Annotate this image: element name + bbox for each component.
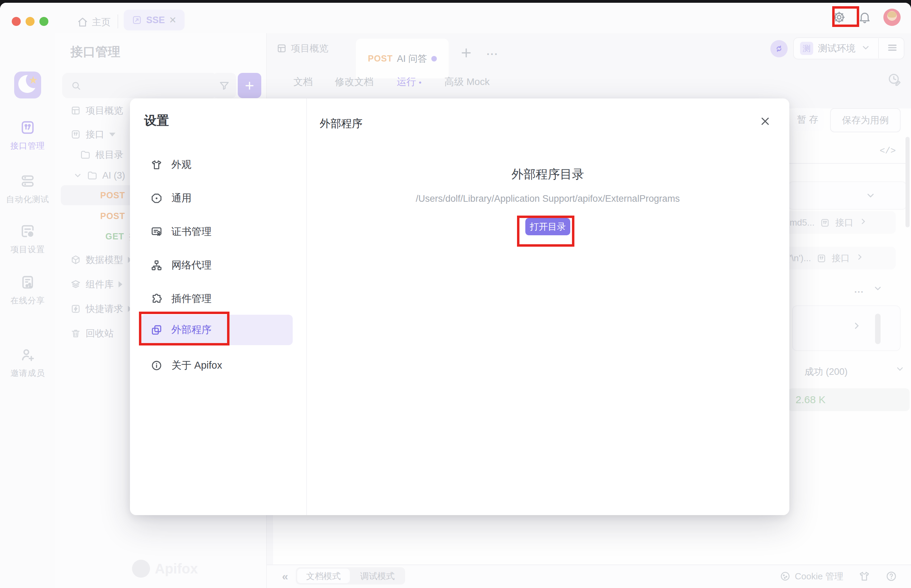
panel-title: 接口管理 xyxy=(71,44,120,60)
api-icon xyxy=(71,129,81,140)
settings-item-label: 关于 Apifox xyxy=(172,359,222,372)
subtab-advanced-mock[interactable]: 高级 Mock xyxy=(445,75,490,89)
ref-text: ('\n')... xyxy=(786,253,811,263)
search-input[interactable] xyxy=(62,73,217,98)
tree-item-label: 接口 xyxy=(86,128,104,141)
settings-item-certificates[interactable]: 证书管理 xyxy=(150,221,212,242)
chevron-down-icon[interactable] xyxy=(866,191,876,202)
sidebar-item-auto-test[interactable]: 自动化测试 xyxy=(0,173,55,205)
sse-tab-label: SSE xyxy=(146,15,165,26)
api-management-icon xyxy=(0,120,55,137)
sidebar-item-label: 接口管理 xyxy=(0,140,55,151)
chevron-right-icon[interactable] xyxy=(851,321,862,332)
cube-icon xyxy=(71,255,81,265)
code-view-icon[interactable]: </> xyxy=(880,146,896,156)
invite-member-icon xyxy=(0,347,55,364)
tree-item-quick-request[interactable]: 快捷请求 xyxy=(71,299,132,318)
env-name: 测试环境 xyxy=(818,42,855,55)
menu-burger-icon[interactable] xyxy=(887,42,898,55)
puzzle-icon xyxy=(150,293,162,305)
home-tab[interactable]: 主页 xyxy=(77,16,111,28)
tab-project-overview[interactable]: 项目概览 xyxy=(277,42,328,55)
tab-label: AI 问答 xyxy=(397,53,427,65)
annotation-box-settings-gear xyxy=(832,6,859,27)
response-ref-row[interactable]: (md5... 接口 xyxy=(785,211,896,234)
more-button[interactable]: ... xyxy=(854,284,864,295)
auto-test-icon xyxy=(0,173,55,191)
tree-item-label: 快捷请求 xyxy=(86,303,123,315)
general-icon xyxy=(150,192,162,204)
add-api-button[interactable] xyxy=(238,73,261,98)
info-icon xyxy=(150,360,162,372)
app-logo: ★ xyxy=(14,71,41,99)
chevron-right-icon xyxy=(855,252,864,264)
settings-item-about[interactable]: 关于 Apifox xyxy=(150,355,222,376)
tab-label: 项目概览 xyxy=(291,42,328,55)
doc-mode-button[interactable]: 文档模式 xyxy=(297,569,350,583)
response-size-card: 2.68 K xyxy=(788,388,909,411)
notifications-bell-icon[interactable] xyxy=(858,10,872,24)
sidebar-item-project-settings[interactable]: 项目设置 xyxy=(0,223,55,255)
online-share-icon xyxy=(0,274,55,292)
cookie-manager-button[interactable]: Cookie 管理 xyxy=(780,570,843,583)
save-as-case-button[interactable]: 保存为用例 xyxy=(830,108,901,132)
sidebar-item-api-management[interactable]: 接口管理 xyxy=(0,120,55,151)
debug-mode-button[interactable]: 调试模式 xyxy=(351,569,404,583)
inner-scrollbar[interactable] xyxy=(875,314,880,344)
response-ref-row[interactable]: ('\n')... 接口 xyxy=(785,247,896,270)
tree-item-data-models[interactable]: 数据模型 xyxy=(71,250,132,270)
bottom-bar: « 文档模式 调试模式 Cookie 管理 xyxy=(267,564,911,588)
tree-item-ai-folder[interactable]: AI (3) xyxy=(73,166,125,185)
chevron-down-icon[interactable] xyxy=(895,364,905,375)
tree-item-trash[interactable]: 回收站 xyxy=(71,324,114,343)
settings-modal: 设置 外观 通用 证书管理 网络代理 插件管理 xyxy=(130,99,790,515)
layers-icon xyxy=(71,279,81,289)
chevron-down-icon[interactable] xyxy=(873,284,883,296)
response-status[interactable]: 成功 (200) xyxy=(804,365,848,378)
settings-item-label: 插件管理 xyxy=(172,292,212,306)
traffic-light-zoom[interactable] xyxy=(39,17,49,26)
theme-tshirt-icon[interactable] xyxy=(858,570,870,582)
unsaved-dot-icon xyxy=(431,56,437,61)
tree-item-project-overview[interactable]: 项目概览 xyxy=(71,101,123,120)
mode-segmented-control: 文档模式 调试模式 xyxy=(296,567,405,585)
watermark: Apifox xyxy=(132,560,198,578)
titlebar: 主页 SSE ✕ xyxy=(0,3,911,33)
subtab-run[interactable]: 运行 • xyxy=(397,75,421,89)
right-scrollbar[interactable] xyxy=(906,137,909,227)
help-icon[interactable] xyxy=(885,570,897,582)
settings-item-general[interactable]: 通用 xyxy=(150,188,191,209)
tree-item-api-root[interactable]: 接口 xyxy=(71,125,115,144)
tree-item-label: 项目概览 xyxy=(86,104,123,117)
filter-button[interactable] xyxy=(212,73,236,98)
tab-active-api[interactable]: POST AI 问答 xyxy=(356,39,448,78)
settings-item-appearance[interactable]: 外观 xyxy=(150,154,191,175)
tab-overflow-button[interactable]: ... xyxy=(487,45,498,57)
stash-button[interactable]: 暂 存 xyxy=(792,108,824,131)
sidebar-item-invite-members[interactable]: 邀请成员 xyxy=(0,347,55,379)
method-badge: GET xyxy=(105,231,124,241)
sse-tab-close-icon[interactable]: ✕ xyxy=(169,15,176,26)
environment-selector[interactable]: 测 测试环境 xyxy=(793,37,905,60)
star-icon: ★ xyxy=(29,75,38,85)
new-tab-button[interactable] xyxy=(459,45,474,61)
settings-item-label: 网络代理 xyxy=(172,258,212,272)
traffic-light-minimize[interactable] xyxy=(26,17,34,26)
env-sync-icon[interactable] xyxy=(770,40,788,57)
collapse-sidebar-icon[interactable]: « xyxy=(282,570,288,583)
user-avatar[interactable] xyxy=(883,9,901,26)
history-icon[interactable] xyxy=(887,72,902,89)
settings-item-proxy[interactable]: 网络代理 xyxy=(150,255,212,276)
settings-item-label: 通用 xyxy=(172,191,191,205)
tree-item-root-folder[interactable]: 根目录 xyxy=(80,145,123,165)
traffic-light-close[interactable] xyxy=(12,17,21,26)
close-icon[interactable] xyxy=(759,115,771,129)
response-toolbar: ... xyxy=(854,284,883,296)
subtab-doc[interactable]: 文档 xyxy=(293,75,313,89)
tree-item-components[interactable]: 组件库 xyxy=(71,275,122,294)
sse-window-tab[interactable]: SSE ✕ xyxy=(124,10,184,31)
subtab-edit-doc[interactable]: 修改文档 xyxy=(335,75,374,89)
annotation-box-open-directory xyxy=(517,216,574,247)
sidebar-item-online-share[interactable]: 在线分享 xyxy=(0,274,55,306)
settings-item-plugins[interactable]: 插件管理 xyxy=(150,289,212,309)
